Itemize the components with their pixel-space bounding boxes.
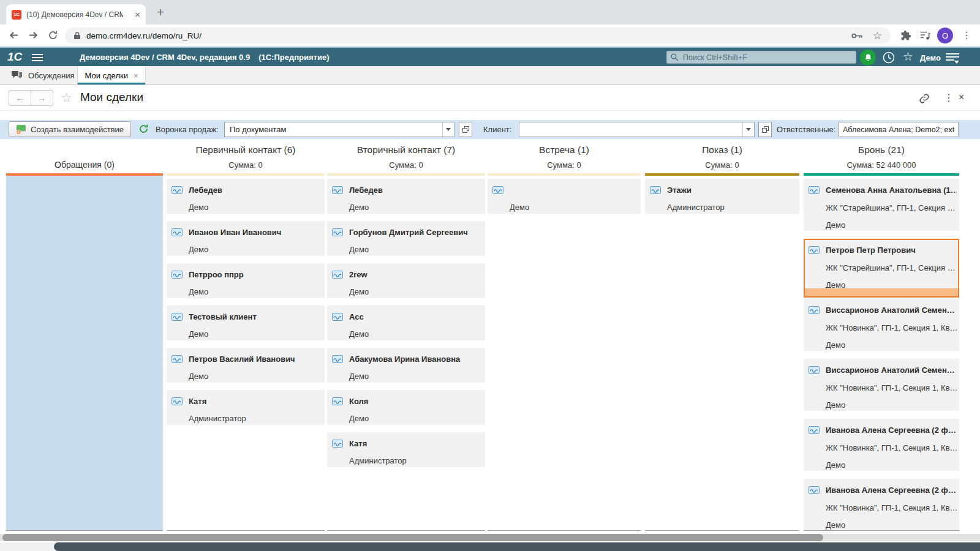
deal-title: Виссарионов Анатолий Семен…: [826, 305, 957, 315]
deal-icon: [332, 271, 343, 279]
deal-subtitle: Демо: [510, 203, 529, 212]
deal-card[interactable]: АссДемо: [327, 305, 485, 340]
deal-title: Иванова Алена Сергеевна (2 ф…: [826, 425, 957, 435]
deal-subtitle: Демо: [826, 340, 845, 350]
deal-title: Иванова Алена Сергеевна (2 ф…: [826, 485, 957, 495]
deal-subtitle: Демо: [189, 372, 208, 381]
deal-card[interactable]: КатяАдминистратор: [167, 390, 325, 425]
deal-icon: [332, 355, 343, 363]
deal-card[interactable]: Иванова Алена Сергеевна (2 ф…ЖК "Новинка…: [804, 479, 959, 531]
deal-subtitle: Демо: [349, 329, 369, 339]
deal-card[interactable]: Иванов Иван ИвановичДемо: [167, 221, 325, 256]
column-accent-bar: [804, 173, 959, 176]
deal-card[interactable]: Горбунов Дмитрий СергеевичДемо: [327, 221, 485, 256]
deal-title: Иванов Иван Иванович: [189, 228, 322, 237]
deal-title: 2rew: [349, 270, 483, 279]
deal-icon: [172, 355, 183, 363]
deal-icon: [332, 313, 343, 321]
deal-card[interactable]: Петров Василий ИвановичДемо: [167, 348, 325, 383]
deal-address: ЖК "Старейшина", ГП-1, Секция …: [826, 263, 956, 272]
column-accent-bar: [645, 173, 799, 176]
deal-icon: [172, 397, 183, 405]
deal-icon: [332, 186, 343, 194]
deal-title: Абакумова Ирина Ивановна: [349, 354, 483, 364]
deal-subtitle: Администратор: [349, 456, 407, 465]
deal-subtitle: Демо: [826, 520, 845, 530]
deal-icon: [172, 186, 183, 194]
deal-subtitle: Демо: [826, 460, 845, 470]
deal-title: Семенова Анна Анатольевна (1…: [826, 186, 957, 195]
deal-card[interactable]: Семенова Анна Анатольевна (1…ЖК "Старейш…: [804, 179, 959, 231]
column-sum: Сумма: 0: [645, 160, 799, 170]
deal-title: Катя: [189, 397, 322, 406]
column-title: Первичный контакт (6): [167, 144, 325, 156]
deal-icon: [809, 486, 820, 494]
deal-address: ЖК "Старейшина", ГП-1, Секция …: [826, 203, 957, 212]
deal-card[interactable]: Петров Петр ПетровичЖК "Старейшина", ГП-…: [804, 239, 959, 298]
column-accent-bar: [327, 173, 485, 176]
deal-title: Этажи: [667, 186, 797, 195]
deal-card[interactable]: Виссарионов Анатолий Семен…ЖК "Новинка",…: [804, 299, 959, 351]
deal-title: Асс: [349, 312, 483, 321]
deal-card[interactable]: ЛебедевДемо: [327, 179, 485, 214]
deal-subtitle: Демо: [826, 400, 845, 410]
column-body: Демо: [488, 176, 641, 531]
deal-card[interactable]: Абакумова Ирина ИвановнаДемо: [327, 348, 485, 383]
deal-card[interactable]: Тестовый клиентДемо: [167, 305, 325, 340]
deal-subtitle: Демо: [189, 203, 208, 212]
column-body[interactable]: [6, 176, 163, 531]
deal-address: ЖК "Новинка", ГП-1, Секция 1, Кв…: [826, 443, 957, 452]
deal-icon: [172, 313, 183, 321]
deal-card[interactable]: Иванова Алена Сергеевна (2 ф…ЖК "Новинка…: [804, 419, 959, 471]
deal-subtitle: Демо: [349, 287, 369, 296]
kanban-board: Обращения (0)Первичный контакт (6)Сумма:…: [0, 0, 980, 551]
deal-icon: [809, 246, 820, 254]
deal-title: Тестовый клиент: [189, 312, 322, 321]
horizontal-scrollbar[interactable]: [0, 534, 980, 541]
column-title: Бронь (21): [804, 144, 959, 156]
deal-icon: [809, 426, 820, 434]
deal-title: Петров Петр Петрович: [826, 246, 956, 255]
scrollbar-thumb[interactable]: [2, 534, 823, 541]
deal-subtitle: Демо: [189, 245, 208, 254]
deal-address: ЖК "Новинка", ГП-1, Секция 1, Кв…: [826, 383, 957, 392]
deal-card[interactable]: ЭтажиАдминистратор: [645, 179, 799, 214]
deal-subtitle: Демо: [349, 203, 369, 212]
column-body: Семенова Анна Анатольевна (1…ЖК "Старейш…: [804, 176, 959, 531]
deal-card[interactable]: КатяАдминистратор: [327, 432, 485, 467]
deal-card[interactable]: ЛебедевДемо: [167, 179, 325, 214]
deal-title: Лебедев: [349, 186, 483, 195]
deal-card[interactable]: 2rewДемо: [327, 263, 485, 298]
column-accent-bar: [6, 173, 163, 176]
deal-title: Виссарионов Анатолий Семен…: [826, 365, 957, 375]
column-sum: Сумма: 0: [488, 160, 641, 170]
deal-card[interactable]: Петрроо ппррДемо: [167, 263, 325, 298]
deal-title: Петрроо ппрр: [189, 270, 322, 279]
deal-subtitle: Демо: [349, 372, 369, 381]
deal-title: Коля: [349, 397, 483, 406]
deal-title: Горбунов Дмитрий Сергеевич: [349, 228, 483, 237]
column-body: ЭтажиАдминистратор: [645, 176, 799, 531]
column-sum: Сумма: 52 440 000: [804, 160, 959, 170]
deal-card[interactable]: КоляДемо: [327, 390, 485, 425]
deal-subtitle: Администратор: [667, 203, 725, 212]
deal-card[interactable]: Демо: [488, 179, 641, 214]
deal-card[interactable]: Виссарионов Анатолий Семен…ЖК "Новинка",…: [804, 359, 959, 411]
deal-icon: [332, 228, 343, 236]
column-sum: Сумма: 0: [327, 160, 485, 170]
column-sum: Сумма: 0: [167, 160, 325, 170]
deal-subtitle: Демо: [349, 245, 369, 254]
deal-icon: [332, 397, 343, 405]
column-title: Показ (1): [645, 144, 799, 156]
deal-icon: [650, 186, 661, 194]
deal-subtitle: Демо: [826, 220, 845, 230]
column-title: Обращения (0): [6, 160, 163, 170]
deal-icon: [809, 366, 820, 374]
column-body: ЛебедевДемоИванов Иван ИвановичДемоПетрр…: [167, 176, 325, 531]
deal-subtitle: Администратор: [189, 414, 246, 423]
deal-address: ЖК "Новинка", ГП-1, Секция 1, Кв…: [826, 503, 957, 512]
deal-title: Лебедев: [189, 186, 322, 195]
bottom-dark-bar: [54, 542, 980, 551]
deal-title: Катя: [349, 439, 483, 448]
deal-icon: [809, 306, 820, 314]
